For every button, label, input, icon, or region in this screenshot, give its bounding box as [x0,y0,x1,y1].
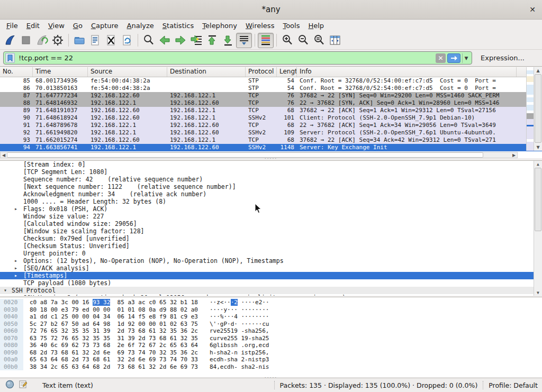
filter-history-caret-icon[interactable]: ▼ [462,53,470,63]
column-header-info[interactable]: Info [297,67,517,77]
menu-analyze[interactable]: Analyze [123,21,158,31]
detail-line[interactable]: Checksum: 0x79ed [unverified] [0,235,542,242]
expression-button[interactable]: Expression... [481,54,525,62]
restart-capture-icon[interactable] [34,33,50,48]
detail-line[interactable]: TCP payload (1080 bytes) [0,279,542,287]
hex-row[interactable]: 00a065 63 64 68 2d 73 68 61 32 2d 6e 69 … [0,356,542,363]
vscroll-up-arrow-icon[interactable]: ▲ [534,67,542,74]
details-scroll-down-icon[interactable]: ▼ [534,289,542,296]
open-file-icon[interactable] [71,33,87,48]
detail-line[interactable]: [Next sequence number: 1122 (relative se… [0,183,542,190]
hex-row[interactable]: 009068 2d 73 68 61 32 2d 6e 69 73 74 70 … [0,349,542,357]
hscroll-thumb[interactable] [7,152,483,158]
menu-file[interactable]: File [2,21,22,31]
hex-row[interactable]: 0040a1 dd c1 25 00 00 04 34 06 14 f5 e8 … [0,313,542,321]
detail-line[interactable]: [Calculated window size: 29056] [0,220,542,227]
close-file-icon[interactable] [103,33,119,48]
hscroll-right-arrow-icon[interactable]: ▶ [511,153,517,158]
filter-clear-icon[interactable]: ✕ [436,53,446,63]
hex-row[interactable]: 0020c0 a8 7a 3c 00 16 93 32 85 a3 ac c0 … [0,299,542,306]
close-window-icon[interactable]: ✕ [529,5,536,14]
hex-row[interactable]: 007063 75 72 76 65 32 35 35 31 39 2d 73 … [0,335,542,342]
auto-scroll-icon[interactable] [236,33,252,48]
packet-row[interactable]: 9471.663856741192.168.122.1192.168.122.6… [0,144,542,151]
filter-bookmark-icon[interactable] [5,53,15,63]
menu-edit[interactable]: Edit [22,21,44,31]
details-scroll-thumb[interactable] [535,168,541,231]
detail-line[interactable]: ▸[Timestamps] [0,272,542,279]
expander-closed-icon[interactable]: ▸ [14,205,17,213]
details-scroll-up-icon[interactable]: ▲ [534,161,542,168]
menu-help[interactable]: Help [304,21,328,31]
detail-line[interactable]: ▸Options: (12 bytes), No-Operation (NOP)… [0,257,542,265]
zoom-out-icon[interactable] [295,33,311,48]
filter-expression-text[interactable]: !tcp.port == 22 [15,54,436,62]
add-filter-button[interactable]: + [538,53,542,63]
display-filter-input[interactable]: !tcp.port == 22 ✕ ▼ [3,51,472,65]
capture-comment-icon[interactable] [19,380,28,390]
zoom-in-icon[interactable] [279,33,295,48]
packet-row[interactable]: 9371.662015274192.168.122.60192.168.122.… [0,136,542,144]
save-file-icon[interactable] [87,33,103,48]
packet-row[interactable]: 8568.001734936fe:54:00:d4:38:2aSTP54Conf… [0,77,542,85]
packet-row[interactable]: 8971.648191037192.168.122.60192.168.122.… [0,107,542,114]
vscroll-thumb[interactable] [535,74,541,143]
filter-apply-icon[interactable] [447,53,460,63]
menu-capture[interactable]: Capture [87,21,123,31]
packet-row[interactable]: 9271.661949820192.168.122.1192.168.122.6… [0,129,542,136]
column-header-protocol[interactable]: Protocol [246,67,277,77]
detail-line[interactable]: ▸SSH Version 2 (encryption:chacha20-poly… [0,294,542,296]
status-profile[interactable]: Profile: Default [489,381,538,389]
resize-columns-icon[interactable] [327,33,343,48]
find-packet-icon[interactable] [141,33,157,48]
detail-line[interactable]: [Stream index: 0] [0,161,542,168]
packet-list-vscrollbar[interactable]: ▲ ▼ [534,67,542,151]
detail-line[interactable]: Window size value: 227 [0,213,542,220]
packet-row[interactable]: 8771.647777234192.168.122.60192.168.122.… [0,92,542,99]
column-header-destination[interactable]: Destination [167,67,246,77]
packet-list-hscrollbar[interactable]: ◀ ▶ [0,152,518,158]
detail-line[interactable]: 1000 .... = Header Length: 32 bytes (8) [0,198,542,205]
column-header-no[interactable]: No. [0,67,33,77]
detail-line[interactable]: ▸Flags: 0x018 (PSH, ACK) [0,205,542,213]
packet-row[interactable]: 9071.648618924192.168.122.60192.168.122.… [0,114,542,122]
go-back-icon[interactable] [157,33,173,48]
go-forward-icon[interactable] [173,33,188,48]
start-capture-icon[interactable] [2,33,18,48]
packet-list-minimap-scrollbar[interactable] [526,67,534,151]
capture-options-icon[interactable] [50,33,66,48]
hex-row[interactable]: 003080 18 00 e3 79 ed 00 00 01 01 08 0a … [0,306,542,314]
menu-go[interactable]: Go [69,21,87,31]
packet-row[interactable]: 9171.648789678192.168.122.1192.168.122.6… [0,122,542,129]
column-header-source[interactable]: Source [88,67,167,77]
menu-wireless[interactable]: Wireless [241,21,278,31]
details-vscrollbar[interactable]: ▲ ▼ [534,161,542,296]
detail-line[interactable]: Acknowledgment number: 34 (relative ack … [0,190,542,198]
expander-closed-icon[interactable]: ▸ [14,265,17,272]
go-to-packet-icon[interactable] [188,33,204,48]
packet-row[interactable]: 8871.648146932192.168.122.1192.168.122.6… [0,99,542,107]
zoom-reset-icon[interactable] [311,33,327,48]
vscroll-down-arrow-icon[interactable]: ▼ [534,144,542,151]
hscroll-left-arrow-icon[interactable]: ◀ [1,153,7,158]
hex-row[interactable]: 00b038 34 2c 65 63 64 68 2d 73 68 61 32 … [0,363,542,371]
detail-line[interactable]: ▸[SEQ/ACK analysis] [0,265,542,272]
menu-view[interactable]: View [44,21,69,31]
detail-line[interactable]: Sequence number: 42 (relative sequence n… [0,176,542,183]
expert-info-icon[interactable] [5,380,14,390]
go-first-packet-icon[interactable] [204,33,220,48]
column-header-length[interactable]: Length [277,67,297,77]
colorize-packets-icon[interactable] [258,33,274,48]
expander-closed-icon[interactable]: ▸ [14,257,17,265]
hex-row[interactable]: 008036 40 6c 69 62 73 73 68 2e 6f 72 67 … [0,342,542,349]
expander-closed-icon[interactable]: ▸ [14,294,17,296]
menu-statistics[interactable]: Statistics [158,21,198,31]
detail-line[interactable]: [TCP Segment Len: 1080] [0,168,542,176]
detail-line[interactable]: [Window size scaling factor: 128] [0,227,542,235]
column-header-time[interactable]: Time [33,67,88,77]
menu-tools[interactable]: Tools [278,21,304,31]
packet-row[interactable]: 8670.013850163fe:54:00:d4:38:2aSTP54Conf… [0,85,542,92]
reload-file-icon[interactable] [119,33,135,48]
detail-line[interactable]: ▾SSH Protocol [0,287,542,294]
hex-row[interactable]: 00505c 27 b2 67 50 ad 64 98 1d 92 00 00 … [0,321,542,328]
